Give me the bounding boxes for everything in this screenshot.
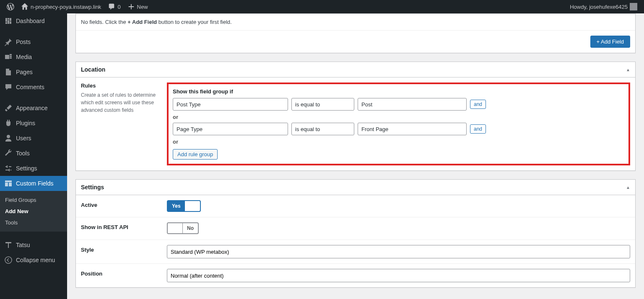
site-name: n-prophecy-poya.instawp.link: [31, 4, 101, 10]
add-rule-group-button[interactable]: Add rule group: [173, 149, 218, 160]
submenu-field-groups[interactable]: Field Groups: [0, 194, 67, 206]
setting-row-rest: Show in REST API No: [76, 217, 635, 240]
sidebar-item-appearance[interactable]: Appearance: [0, 101, 67, 116]
toggle-knob: [168, 223, 183, 233]
setting-label: Style: [76, 240, 162, 263]
rule-param-select[interactable]: Page Type: [173, 123, 288, 135]
toggle-icon[interactable]: ▲: [621, 67, 635, 72]
custom-fields-submenu: Field Groups Add New Tools: [0, 191, 67, 232]
or-label: or: [173, 114, 624, 120]
position-select[interactable]: Normal (after content): [167, 269, 630, 282]
tatsu-icon: [4, 241, 13, 249]
rule-operator-select[interactable]: is equal to: [291, 123, 354, 135]
submenu-tools[interactable]: Tools: [0, 217, 67, 228]
rules-description: Create a set of rules to determine which…: [81, 91, 162, 114]
rules-highlight-area: Show this field group if Post Type is eq…: [167, 82, 630, 165]
plus-icon: [127, 3, 135, 10]
rule-value-select[interactable]: Front Page: [358, 123, 467, 135]
rule-param-select[interactable]: Post Type: [173, 98, 288, 111]
new-link[interactable]: New: [124, 0, 151, 13]
toggle-label: No: [183, 225, 198, 231]
comment-icon: [108, 3, 115, 10]
toggle-icon[interactable]: ▲: [621, 185, 635, 190]
active-toggle[interactable]: Yes: [167, 200, 201, 212]
page-icon: [4, 68, 13, 76]
brush-icon: [4, 104, 13, 112]
user-icon: [4, 134, 13, 142]
sidebar-item-plugins[interactable]: Plugins: [0, 116, 67, 131]
sidebar-item-dashboard[interactable]: Dashboard: [0, 13, 67, 28]
setting-label: Active: [76, 195, 162, 217]
toggle-label: Yes: [168, 203, 185, 209]
rule-row: Page Type is equal to Front Page and: [173, 123, 624, 135]
sidebar-label: Posts: [16, 39, 31, 45]
site-link[interactable]: n-prophecy-poya.instawp.link: [18, 0, 104, 13]
sidebar-label: Custom Fields: [16, 180, 53, 187]
text-bold: + Add Field: [127, 19, 157, 25]
comments-link[interactable]: 0: [104, 0, 124, 13]
style-select[interactable]: Standard (WP metabox): [167, 245, 630, 258]
submenu-add-new[interactable]: Add New: [0, 206, 67, 217]
settings-box: Settings ▲ Active Yes Show in REST API: [75, 179, 636, 288]
sidebar-label: Tools: [16, 150, 30, 157]
layout-icon: [4, 179, 13, 188]
home-icon: [21, 3, 29, 10]
add-field-button[interactable]: + Add Field: [590, 36, 630, 48]
sidebar-item-comments[interactable]: Comments: [0, 80, 67, 95]
toggle-knob: [185, 201, 200, 211]
setting-label: Position: [76, 264, 162, 287]
sidebar-label: Dashboard: [16, 18, 45, 24]
or-label: or: [173, 139, 624, 145]
wp-logo[interactable]: [3, 0, 18, 13]
sidebar-item-users[interactable]: Users: [0, 131, 67, 146]
setting-row-style: Style Standard (WP metabox): [76, 240, 635, 263]
wrench-icon: [4, 149, 13, 157]
rule-row: Post Type is equal to Post and: [173, 98, 624, 111]
sidebar-item-media[interactable]: Media: [0, 49, 67, 64]
dashboard-icon: [4, 17, 13, 25]
settings-title: Settings: [76, 180, 621, 195]
show-if-label: Show this field group if: [173, 88, 624, 95]
comments-count: 0: [117, 4, 120, 10]
howdy-text: Howdy, josehufexe6425: [570, 4, 628, 10]
sidebar-label: Tatsu: [16, 242, 30, 248]
sidebar-item-custom-fields[interactable]: Custom Fields: [0, 176, 67, 191]
avatar: [630, 3, 637, 10]
rules-heading: Rules: [81, 82, 162, 89]
setting-label: Show in REST API: [76, 217, 162, 240]
sidebar-label: Settings: [16, 165, 37, 172]
text: No fields. Click the: [81, 19, 127, 25]
setting-row-position: Position Normal (after content): [76, 263, 635, 287]
main-content: No fields. Click the + Add Field button …: [67, 13, 644, 299]
plug-icon: [4, 119, 13, 127]
sidebar-item-collapse[interactable]: Collapse menu: [0, 253, 67, 268]
collapse-icon: [4, 256, 13, 264]
user-menu[interactable]: Howdy, josehufexe6425: [566, 0, 641, 13]
rule-value-select[interactable]: Post: [358, 98, 467, 111]
no-fields-message: No fields. Click the + Add Field button …: [76, 14, 635, 30]
sidebar-item-tools[interactable]: Tools: [0, 146, 67, 161]
sidebar-label: Media: [16, 54, 32, 60]
media-icon: [4, 53, 13, 61]
sidebar-label: Plugins: [16, 120, 35, 126]
comment-icon: [4, 83, 13, 91]
sidebar-item-tatsu[interactable]: Tatsu: [0, 237, 67, 253]
and-button[interactable]: and: [470, 124, 486, 134]
sidebar-item-pages[interactable]: Pages: [0, 64, 67, 80]
sidebar-item-posts[interactable]: Posts: [0, 34, 67, 49]
fields-box: No fields. Click the + Add Field button …: [75, 13, 636, 53]
rest-toggle[interactable]: No: [167, 222, 199, 234]
sidebar-item-settings[interactable]: Settings: [0, 161, 67, 176]
new-label: New: [137, 4, 148, 10]
sidebar-label: Pages: [16, 69, 33, 75]
pin-icon: [4, 38, 13, 46]
admin-toolbar: n-prophecy-poya.instawp.link 0 New Howdy…: [0, 0, 644, 13]
svg-point-0: [5, 257, 12, 263]
wordpress-icon: [7, 3, 14, 10]
and-button[interactable]: and: [470, 100, 486, 109]
sidebar-label: Comments: [16, 84, 44, 90]
sidebar-label: Collapse menu: [16, 257, 55, 263]
text: button to create your first field.: [157, 19, 231, 25]
rule-operator-select[interactable]: is equal to: [291, 98, 354, 111]
location-box: Location ▲ Rules Create a set of rules t…: [75, 62, 636, 171]
